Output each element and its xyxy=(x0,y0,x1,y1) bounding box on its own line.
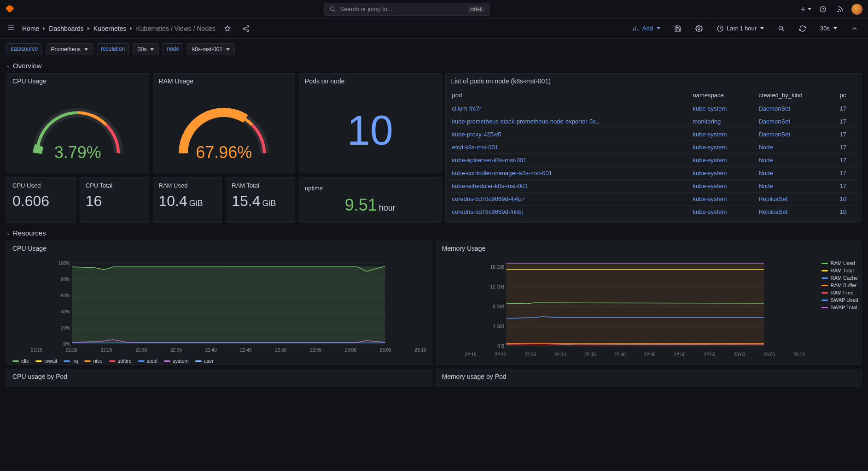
table-cell[interactable]: kube-system xyxy=(688,141,754,154)
table-cell[interactable]: coredns-5d78c9869d-fnkbj xyxy=(448,206,688,218)
star-icon xyxy=(224,25,231,32)
refresh-interval[interactable]: 30s xyxy=(816,23,841,34)
panel-mem-by-pod[interactable]: Memory usage by Pod xyxy=(436,369,862,387)
settings-button[interactable] xyxy=(691,23,707,35)
star-button[interactable] xyxy=(221,22,234,35)
panel-ram-total[interactable]: RAM Total 15.4GiB xyxy=(226,177,295,223)
table-cell[interactable]: kube-system xyxy=(688,180,754,193)
table-row: cilium-frc7rkube-systemDaemonSet17 xyxy=(448,102,860,115)
legend-item[interactable]: irq xyxy=(64,358,78,364)
legend-item[interactable]: system xyxy=(164,358,189,364)
panel-ts-cpu[interactable]: CPU Usage 100%80%60%40%20%0% 22:1522:202… xyxy=(6,241,432,365)
panel-pods-on-node[interactable]: Pods on node 10 xyxy=(299,73,442,173)
var-node-select[interactable]: k8s-mst-001 xyxy=(187,43,235,55)
table-cell[interactable]: Node xyxy=(754,167,835,180)
table-header[interactable]: pc xyxy=(835,88,859,102)
time-range-picker[interactable]: Last 1 hour xyxy=(712,23,768,35)
panel-title: Memory Usage xyxy=(437,241,862,256)
add-panel-button[interactable]: Add xyxy=(628,23,664,35)
table-cell[interactable]: 10 xyxy=(835,193,859,206)
panel-ram-used[interactable]: RAM Used 10.4GiB xyxy=(153,177,222,223)
refresh-button[interactable] xyxy=(795,23,810,35)
legend-item[interactable]: steal xyxy=(138,358,157,364)
news-button[interactable] xyxy=(834,3,847,16)
table-cell[interactable]: cilium-frc7r xyxy=(448,102,688,115)
legend-item[interactable]: RAM Buffer xyxy=(821,283,858,288)
table-cell[interactable]: kube-proxy-425w5 xyxy=(448,128,688,141)
panel-cpu-used[interactable]: CPU Used 0.606 xyxy=(6,177,76,223)
table-cell[interactable]: 10 xyxy=(835,206,859,218)
user-avatar[interactable] xyxy=(851,4,862,15)
table-cell[interactable]: DaemonSet xyxy=(754,102,835,115)
table-cell[interactable]: 17 xyxy=(835,180,859,193)
panel-cpu-total[interactable]: CPU Total 16 xyxy=(80,177,149,223)
table-cell[interactable]: kube-prometheus-stack-prometheus-node-ex… xyxy=(448,115,688,128)
table-cell[interactable]: kube-system xyxy=(688,154,754,167)
legend-item[interactable]: SWAP Total xyxy=(821,305,858,310)
table-cell[interactable]: 17 xyxy=(835,154,859,167)
table-cell[interactable]: kube-system xyxy=(688,206,754,218)
table-cell[interactable]: 17 xyxy=(835,167,859,180)
stat-label: RAM Total xyxy=(232,182,259,189)
crumb-dashboards[interactable]: Dashboards xyxy=(49,25,84,32)
add-dropdown[interactable] xyxy=(799,3,812,16)
table-cell[interactable]: kube-system xyxy=(688,102,754,115)
table-cell[interactable]: kube-system xyxy=(688,167,754,180)
table-cell[interactable]: 17 xyxy=(835,115,859,128)
table-cell[interactable]: Node xyxy=(754,180,835,193)
svg-text:100%: 100% xyxy=(58,261,70,266)
table-cell[interactable]: monitoring xyxy=(688,115,754,128)
legend-item[interactable]: softirq xyxy=(109,358,132,364)
legend-item[interactable]: iowait xyxy=(35,358,57,364)
legend-item[interactable]: RAM Used xyxy=(821,260,858,266)
table-cell[interactable]: etcd-k8s-mst-001 xyxy=(448,141,688,154)
table-cell[interactable]: 17 xyxy=(835,128,859,141)
table-cell[interactable]: 17 xyxy=(835,102,859,115)
table-cell[interactable]: Node xyxy=(754,141,835,154)
save-button[interactable] xyxy=(670,23,686,35)
table-header[interactable]: namespace xyxy=(688,88,754,102)
legend-item[interactable]: user xyxy=(195,358,214,364)
panel-cpu-usage-gauge[interactable]: CPU Usage 3.79% xyxy=(6,73,149,173)
table-cell[interactable]: DaemonSet xyxy=(754,115,835,128)
zoom-out-button[interactable] xyxy=(774,23,789,35)
share-button[interactable] xyxy=(239,22,252,35)
table-cell[interactable]: DaemonSet xyxy=(754,128,835,141)
var-datasource-select[interactable]: Prometheus xyxy=(46,43,93,55)
search-input[interactable]: Search or jump to... ctrl+k xyxy=(324,3,490,16)
panel-ram-usage-gauge[interactable]: RAM Usage 67.96% xyxy=(153,73,296,173)
panel-ts-mem[interactable]: Memory Usage 16 GiB12 GiB8 GiB4 GiB0 B 2… xyxy=(436,241,862,365)
table-cell[interactable]: ReplicaSet xyxy=(754,206,835,218)
help-button[interactable] xyxy=(816,3,829,16)
legend-item[interactable]: nice xyxy=(84,358,102,364)
table-header[interactable]: pod xyxy=(448,88,688,102)
legend-item[interactable]: idle xyxy=(12,358,29,364)
table-header[interactable]: created_by_kind xyxy=(754,88,835,102)
table-cell[interactable]: kube-apiserver-k8s-mst-001 xyxy=(448,154,688,167)
table-cell[interactable]: kube-system xyxy=(688,193,754,206)
var-resolution-label: resolution xyxy=(97,43,129,55)
table-cell[interactable]: kube-system xyxy=(688,128,754,141)
row-resources-toggle[interactable]: ⌄Resources xyxy=(0,227,868,241)
crumb-home[interactable]: Home xyxy=(22,25,39,32)
table-cell[interactable]: kube-scheduler-k8s-mst-001 xyxy=(448,180,688,193)
svg-text:80%: 80% xyxy=(61,277,70,282)
row-overview-toggle[interactable]: ⌄Overview xyxy=(0,60,868,73)
table-cell[interactable]: coredns-5d78c9869d-4j4p7 xyxy=(448,193,688,206)
crumb-folder[interactable]: Kubernetes xyxy=(93,25,127,32)
legend-item[interactable]: SWAP Used xyxy=(821,297,858,303)
table-cell[interactable]: kube-controller-manager-k8s-mst-001 xyxy=(448,167,688,180)
legend-item[interactable]: RAM Total xyxy=(821,268,858,273)
menu-toggle[interactable] xyxy=(6,22,17,35)
var-resolution-select[interactable]: 30s xyxy=(133,43,159,55)
legend-item[interactable]: RAM Free xyxy=(821,290,858,295)
kiosk-button[interactable] xyxy=(847,23,862,35)
panel-uptime[interactable]: uptime 9.51hour xyxy=(299,177,442,223)
table-cell[interactable]: Node xyxy=(754,154,835,167)
table-cell[interactable]: ReplicaSet xyxy=(754,193,835,206)
table-cell[interactable]: 17 xyxy=(835,141,859,154)
grafana-logo[interactable] xyxy=(6,5,15,14)
panel-pods-table[interactable]: List of pods on node (k8s-mst-001) podna… xyxy=(445,73,862,223)
panel-cpu-by-pod[interactable]: CPU usage by Pod xyxy=(6,369,432,387)
legend-item[interactable]: RAM Cache xyxy=(821,275,858,281)
